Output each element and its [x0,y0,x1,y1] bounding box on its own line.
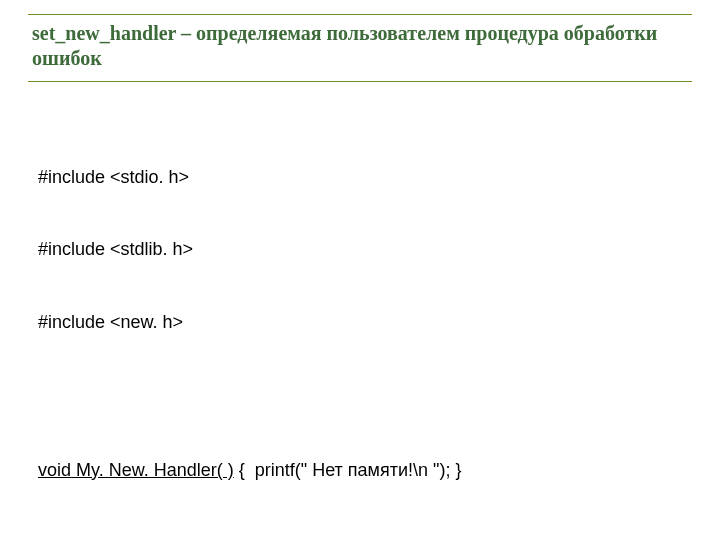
handler-name: My. New. Handler( ) [71,460,234,480]
include-line: #include <new. h> [38,310,682,334]
slide-body: #include <stdio. h> #include <stdlib. h>… [28,116,692,540]
includes-block: #include <stdio. h> #include <stdlib. h>… [38,116,682,383]
slide: set_new_handler – определяемая пользоват… [0,0,720,540]
title-keyword: set_new_handler [32,22,176,44]
handler-body: { printf(" Нет памяти!\n "); } [234,460,462,480]
handler-return-type: void [38,460,71,480]
include-line: #include <stdlib. h> [38,237,682,261]
handler-block: void My. New. Handler( ) { printf(" Нет … [38,409,682,530]
handler-line: void My. New. Handler( ) { printf(" Нет … [38,458,682,482]
include-line: #include <stdio. h> [38,165,682,189]
slide-title: set_new_handler – определяемая пользоват… [32,21,688,71]
title-box: set_new_handler – определяемая пользоват… [28,14,692,82]
